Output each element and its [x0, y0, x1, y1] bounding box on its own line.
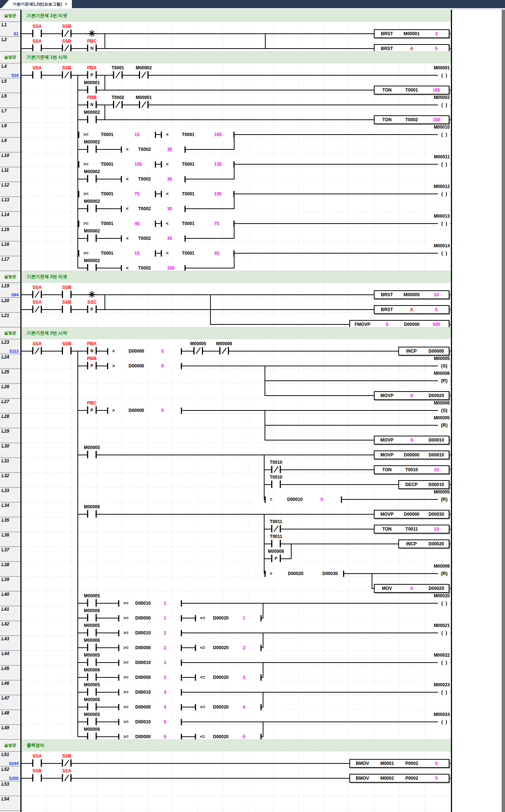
- output-coil[interactable]: (R): [438, 496, 451, 503]
- instruction-box[interactable]: BMOVM0002P00025: [349, 774, 449, 783]
- output-coil[interactable]: (R): [438, 422, 451, 429]
- contact-nc[interactable]: [32, 347, 42, 354]
- contact-n[interactable]: N: [87, 101, 97, 108]
- contact-no[interactable]: [87, 175, 97, 182]
- output-coil[interactable]: (R): [438, 570, 451, 577]
- contact-nc[interactable]: [113, 101, 123, 108]
- comment-row[interactable]: 기본기문제 1번 시작: [22, 51, 451, 63]
- compare-block[interactable]: >=D000001: [118, 614, 182, 622]
- contact-no[interactable]: [87, 451, 97, 458]
- contact-no[interactable]: [87, 688, 97, 696]
- instruction-box[interactable]: MOVPD00000D00010: [374, 450, 449, 459]
- contact-nc[interactable]: [32, 306, 42, 313]
- output-coil[interactable]: ( ): [438, 629, 451, 637]
- compare-block[interactable]: <T0001135: [161, 160, 235, 168]
- instruction-box[interactable]: BRSTA5: [374, 305, 449, 314]
- contact-no[interactable]: [87, 658, 97, 666]
- contact-no[interactable]: [62, 306, 72, 313]
- contact-no[interactable]: [271, 481, 281, 488]
- vertical-scrollbar[interactable]: [502, 10, 505, 812]
- compare-block[interactable]: <T000175: [161, 219, 235, 228]
- instruction-box[interactable]: TONT0002150: [374, 115, 449, 124]
- contact-no[interactable]: [32, 759, 42, 767]
- contact-no[interactable]: [87, 205, 97, 212]
- contact-p[interactable]: P: [87, 406, 97, 414]
- comment-row[interactable]: 기본기문제 1번 리셋: [22, 10, 451, 22]
- contact-no[interactable]: [87, 703, 97, 710]
- contact-no[interactable]: [87, 599, 97, 607]
- contact-no[interactable]: [87, 116, 97, 123]
- contact-no[interactable]: [87, 614, 97, 621]
- instruction-box[interactable]: INCPD00020: [398, 539, 449, 548]
- comment-row[interactable]: 기본기문제 2번 시작: [22, 327, 451, 339]
- contact-nc[interactable]: [271, 466, 281, 473]
- output-coil[interactable]: (S): [438, 407, 451, 414]
- contact-nc[interactable]: [62, 30, 72, 37]
- contact-p[interactable]: P: [87, 362, 97, 369]
- contact-no[interactable]: [32, 44, 42, 52]
- contact-nc[interactable]: [62, 44, 72, 52]
- compare-block[interactable]: <T0001165: [161, 131, 235, 139]
- contact-no[interactable]: [87, 733, 97, 740]
- contact-no[interactable]: [87, 264, 97, 271]
- instruction-box[interactable]: TONT001010: [374, 465, 449, 474]
- close-icon[interactable]: ×: [65, 1, 67, 7]
- compare-block[interactable]: <T000230: [121, 234, 186, 242]
- contact-nc[interactable]: [219, 347, 229, 354]
- comment-row[interactable]: 기본기문제 2번 리셋: [22, 271, 451, 283]
- contact-n[interactable]: N: [87, 44, 97, 52]
- tab-program[interactable]: 기본기문제1,2번[프로그램] ×: [1, 0, 72, 8]
- instruction-box[interactable]: BMOVM0001P00025: [349, 759, 449, 768]
- instruction-box[interactable]: MOVP0D00020: [374, 391, 449, 400]
- contact-nc[interactable]: [62, 71, 72, 79]
- instruction-box[interactable]: DECPD00010: [398, 480, 449, 489]
- contact-n[interactable]: N: [87, 347, 97, 354]
- output-coil[interactable]: ( ): [438, 220, 451, 227]
- contact-no[interactable]: [87, 234, 97, 242]
- compare-block[interactable]: <T000230: [121, 175, 186, 183]
- compare-block[interactable]: >D000000: [107, 362, 182, 370]
- instruction-box[interactable]: TONT0001165: [374, 86, 449, 95]
- compare-block[interactable]: =D000100: [265, 495, 342, 504]
- output-coil[interactable]: ( ): [438, 659, 451, 666]
- output-coil[interactable]: ( ): [438, 72, 451, 79]
- compare-block[interactable]: >=D000104: [118, 688, 182, 696]
- compare-block[interactable]: <D000005: [107, 347, 182, 355]
- instruction-box[interactable]: MOV0D00020: [374, 584, 449, 593]
- contact-no[interactable]: [87, 644, 97, 651]
- instruction-box[interactable]: INCPD00000: [398, 347, 449, 356]
- compare-block[interactable]: <=D000202: [195, 644, 262, 652]
- contact-nc[interactable]: [271, 525, 281, 532]
- compare-block[interactable]: >=D000004: [118, 703, 182, 711]
- instruction-box[interactable]: BRSTM0000510: [374, 290, 449, 299]
- contact-nc[interactable]: [62, 759, 72, 767]
- contact-no[interactable]: [87, 673, 97, 681]
- compare-block[interactable]: <T000230: [121, 145, 186, 154]
- compare-block[interactable]: >=D000101: [118, 599, 182, 607]
- compare-block[interactable]: >=T000115: [78, 249, 156, 257]
- output-coil[interactable]: ( ): [438, 161, 451, 168]
- contact-nc[interactable]: [32, 291, 42, 298]
- contact-nc[interactable]: [62, 774, 72, 782]
- contact-no[interactable]: [87, 510, 97, 518]
- contact-nc[interactable]: [193, 347, 203, 354]
- compare-block[interactable]: >=T0001105: [78, 160, 156, 168]
- compare-block[interactable]: <=D000203: [195, 673, 262, 681]
- instruction-box[interactable]: BRSTM000013: [374, 29, 449, 38]
- contact-no[interactable]: [32, 774, 42, 782]
- compare-block[interactable]: >D00020D00030: [265, 570, 344, 578]
- output-coil[interactable]: ( ): [438, 190, 451, 198]
- contact-no[interactable]: [87, 629, 97, 636]
- compare-block[interactable]: >=T000115: [78, 131, 156, 139]
- contact-nc[interactable]: [113, 71, 123, 79]
- compare-block[interactable]: <=D000204: [195, 703, 262, 711]
- contact-no[interactable]: [62, 347, 72, 354]
- contact-no[interactable]: [271, 540, 281, 547]
- instruction-box[interactable]: MOVP0D00010: [374, 436, 449, 445]
- comment-row[interactable]: 출력정리: [22, 739, 451, 751]
- compare-block[interactable]: >=D000105: [118, 718, 182, 726]
- compare-block[interactable]: >=D000002: [118, 644, 182, 652]
- contact-no[interactable]: [32, 30, 42, 37]
- contact-no[interactable]: [32, 71, 42, 79]
- compare-block[interactable]: <=D000201: [195, 614, 262, 622]
